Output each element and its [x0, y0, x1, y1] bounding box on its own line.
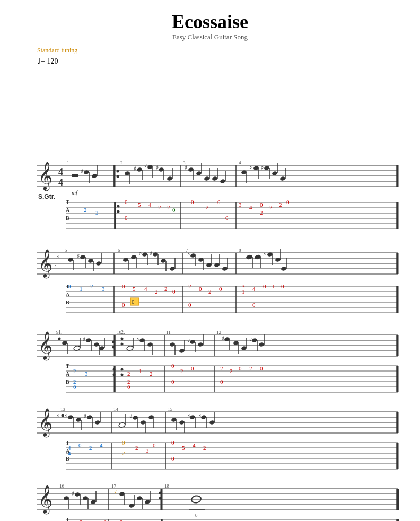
svg-text:♩: ♩: [54, 261, 57, 267]
svg-point-124: [130, 254, 136, 259]
svg-point-37: [188, 167, 194, 172]
svg-text:0: 0: [78, 442, 82, 448]
svg-point-221: [99, 346, 104, 350]
svg-point-18: [117, 170, 119, 173]
svg-text:0: 0: [171, 378, 174, 385]
svg-point-392: [90, 499, 96, 504]
svg-text:1: 1: [67, 160, 69, 165]
svg-point-328: [132, 415, 138, 420]
svg-text:♯: ♯: [83, 336, 85, 342]
svg-point-230: [121, 343, 124, 346]
svg-point-332: [148, 414, 154, 419]
svg-point-132: [160, 258, 166, 263]
svg-text:♯: ♯: [77, 253, 80, 259]
svg-text:0: 0: [73, 384, 76, 390]
svg-text:15: 15: [168, 407, 173, 412]
svg-point-153: [254, 254, 261, 260]
svg-text:♯: ♯: [56, 413, 59, 419]
svg-text:B: B: [66, 456, 69, 462]
svg-text:0: 0: [263, 283, 266, 289]
svg-rect-9: [72, 174, 78, 177]
svg-text:B: B: [66, 215, 69, 221]
svg-text:T: T: [66, 363, 69, 369]
svg-text:mf: mf: [72, 189, 78, 196]
svg-point-399: [128, 503, 134, 508]
svg-point-325: [118, 422, 126, 428]
svg-text:12: 12: [216, 330, 221, 335]
svg-text:♯: ♯: [81, 168, 83, 174]
svg-text:0: 0: [127, 384, 130, 390]
svg-text:4: 4: [58, 166, 63, 177]
svg-point-282: [121, 368, 124, 371]
svg-point-385: [63, 496, 69, 500]
svg-text:2: 2: [260, 209, 263, 216]
svg-text:𝄞: 𝄞: [38, 249, 52, 279]
svg-point-388: [74, 492, 80, 497]
svg-text:0: 0: [281, 283, 284, 289]
svg-text:♯: ♯: [56, 254, 59, 260]
svg-point-247: [197, 342, 203, 347]
svg-text:4: 4: [239, 160, 241, 165]
svg-point-261: [258, 342, 264, 347]
svg-point-229: [121, 338, 124, 340]
svg-text:0: 0: [260, 201, 263, 208]
svg-text:𝄞: 𝄞: [38, 485, 52, 515]
tuning-label: Standard tuning: [37, 47, 404, 55]
svg-text:𝄞: 𝄞: [38, 408, 52, 438]
svg-text:0: 0: [252, 302, 256, 308]
svg-point-403: [144, 499, 150, 504]
svg-text:4: 4: [252, 286, 256, 292]
svg-text:2: 2: [84, 207, 87, 213]
svg-point-314: [67, 414, 73, 419]
svg-text:♯: ♯: [139, 250, 142, 257]
svg-text:2: 2: [127, 370, 130, 377]
svg-point-240: [169, 342, 175, 347]
svg-text:14: 14: [113, 407, 119, 412]
svg-point-401: [136, 496, 142, 500]
svg-text:B: B: [66, 299, 69, 305]
svg-text:♯: ♯: [261, 164, 264, 171]
svg-text:3: 3: [239, 201, 242, 208]
svg-text:0: 0: [191, 199, 194, 205]
svg-text:3: 3: [85, 370, 88, 377]
svg-text:0: 0: [199, 286, 202, 292]
svg-text:0: 0: [125, 199, 128, 205]
svg-text:2: 2: [120, 160, 123, 165]
svg-point-39: [196, 171, 202, 175]
svg-text:𝄞: 𝄞: [38, 162, 52, 191]
svg-text:♯: ♯: [187, 251, 190, 258]
svg-point-151: [246, 254, 253, 260]
svg-point-45: [220, 179, 225, 183]
svg-point-76: [117, 210, 120, 213]
svg-point-231: [126, 346, 134, 351]
svg-text:♯: ♯: [136, 336, 139, 342]
svg-text:0: 0: [239, 365, 242, 372]
svg-text:0: 0: [260, 365, 263, 372]
svg-text:6: 6: [118, 248, 120, 253]
staff-system-4: 𝄞 ♯ 13 ♯ ♯ 14: [37, 407, 398, 469]
staff-system-5: 𝄞 16 ♯ 17 ♯: [37, 483, 398, 521]
page-title: Ecossaise: [16, 11, 404, 33]
svg-text:1: 1: [80, 286, 83, 292]
svg-text:♯: ♯: [187, 413, 190, 419]
subtitle: Easy Classical Guitar Song: [16, 33, 404, 41]
svg-text:2: 2: [188, 283, 191, 289]
svg-text:A: A: [66, 292, 70, 297]
svg-text:𝄞: 𝄞: [38, 331, 52, 361]
svg-text:2: 2: [120, 519, 123, 521]
svg-point-147: [222, 266, 228, 271]
svg-text:2: 2: [122, 450, 125, 456]
svg-text:2: 2: [164, 286, 168, 292]
svg-point-13: [91, 173, 97, 178]
svg-text:0: 0: [172, 288, 176, 295]
svg-point-160: [281, 266, 286, 271]
svg-point-43: [212, 176, 217, 181]
svg-text:17: 17: [111, 483, 117, 489]
meta-info: Standard tuning ♩= 120: [37, 47, 404, 66]
svg-text:2: 2: [249, 365, 252, 372]
svg-point-41: [204, 176, 209, 181]
svg-text:3: 3: [146, 447, 149, 454]
svg-text:2: 2: [206, 204, 209, 210]
svg-text:♯: ♯: [249, 337, 252, 343]
svg-point-344: [200, 414, 206, 419]
